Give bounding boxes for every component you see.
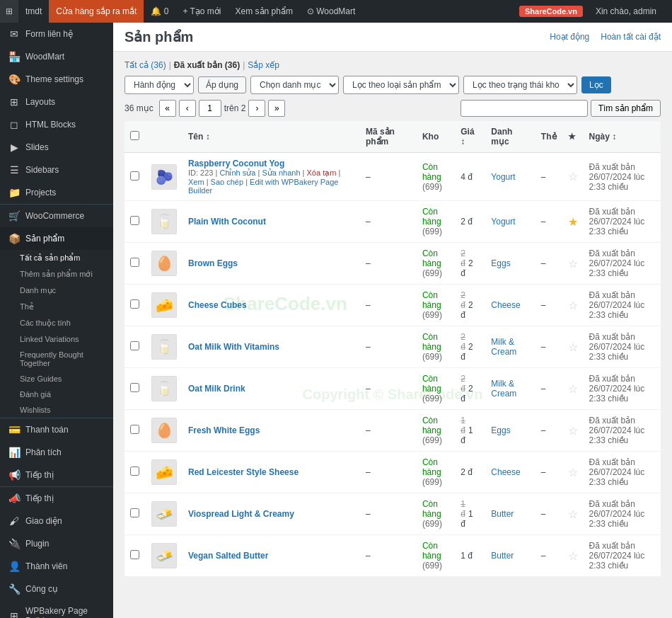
star-icon-8[interactable]: ☆ [568, 467, 578, 479]
product-name-link-9[interactable]: Viospread Light & Creamy [188, 509, 354, 519]
sidebar-sub-tag[interactable]: Thẻ [0, 299, 113, 315]
sidebar-sub-wishlist[interactable]: Wishlists [0, 402, 113, 418]
star-icon-9[interactable]: ☆ [568, 508, 578, 520]
top-banner: Sản phẩm Hoạt động Hoàn tất cài đặt [113, 23, 672, 52]
sidebar-item-woocommerce[interactable]: 🛒 WooCommerce [0, 204, 113, 227]
status-published-link[interactable]: Đã xuất bản (36) [174, 60, 240, 70]
row-checkbox-2[interactable] [130, 216, 139, 225]
star-icon-2[interactable]: ★ [568, 216, 578, 228]
product-image-10: 🧈 [151, 543, 177, 568]
sidebar-item-marketing[interactable]: 📢 Tiếp thị [0, 464, 113, 486]
site-live-link[interactable]: Cửa hàng sắp ra mắt [49, 0, 144, 23]
sidebar-sub-linked[interactable]: Linked Variations [0, 331, 113, 347]
copy-link-1[interactable]: Sao chép [211, 178, 243, 186]
product-name-link-5[interactable]: Oat Milk With Vitamins [188, 342, 354, 352]
header-name[interactable]: Tên ↕ [183, 121, 360, 153]
search-input[interactable] [460, 100, 588, 117]
sidebar-item-html-blocks[interactable]: ◻ HTML Blocks [0, 113, 113, 136]
star-icon-7[interactable]: ☆ [568, 425, 578, 437]
sidebar-sub-review[interactable]: Đánh giá [0, 387, 113, 402]
status-sort-link[interactable]: Sắp xếp [248, 60, 279, 70]
row-checkbox-10[interactable] [130, 550, 139, 559]
sidebar-item-woodmart[interactable]: 🏪 WoodMart [0, 45, 113, 68]
table-row: 🥚 Brown Eggs – Còn hàng(699) 2 đ2 đ Eggs… [124, 243, 661, 285]
woodmart-link[interactable]: ⊙ WoodMart [300, 0, 362, 23]
star-icon-6[interactable]: ☆ [568, 383, 578, 395]
sidebar-sub-category[interactable]: Danh mục [0, 282, 113, 299]
action-select[interactable]: Hành động [124, 76, 194, 94]
star-icon-10[interactable]: ☆ [568, 550, 578, 562]
sidebar-item-theme-settings[interactable]: 🎨 Theme settings [0, 68, 113, 91]
sidebar-sub-add[interactable]: Thêm sản phẩm mới [0, 266, 113, 282]
product-name-link-1[interactable]: Raspberry Coconut Yog [188, 159, 354, 168]
sidebar-sub-size[interactable]: Size Guides [0, 371, 113, 387]
next-next-page-button[interactable]: » [268, 100, 285, 117]
users-icon: 👤 [8, 561, 20, 572]
star-icon-1[interactable]: ☆ [568, 171, 578, 183]
type-select[interactable]: Lọc theo loại sản phẩm [343, 76, 459, 94]
product-name-link-2[interactable]: Plain With Coconut [188, 217, 354, 227]
header-price[interactable]: Giá ↕ [455, 121, 485, 153]
quick-edit-link-1[interactable]: Sửa nhanh [262, 168, 300, 177]
row-checkbox-5[interactable] [130, 341, 139, 350]
apply-button[interactable]: Áp dụng [198, 76, 246, 93]
sidebar-item-payment[interactable]: 💳 Thanh toán [0, 418, 113, 441]
product-name-link-8[interactable]: Red Leicester Style Sheese [188, 467, 354, 477]
sidebar-item-slides[interactable]: ▶ Slides [0, 136, 113, 159]
activity-link[interactable]: Hoạt động [550, 32, 589, 42]
product-name-link-4[interactable]: Cheese Cubes [188, 300, 354, 310]
sidebar-item-sidebars[interactable]: ☰ Sidebars [0, 159, 113, 181]
search-button[interactable]: Tìm sản phẩm [591, 100, 661, 117]
sidebar-item-projects[interactable]: 📁 Projects [0, 181, 113, 204]
sidebar-item-users[interactable]: 👤 Thành viên [0, 555, 113, 578]
sidebar-item-form[interactable]: ✉ Form liên hệ [0, 23, 113, 45]
sidebar-sub-fbt[interactable]: Frequently Bought Together [0, 347, 113, 371]
sidebar-item-layouts[interactable]: ⊞ Layouts [0, 91, 113, 113]
row-checkbox-8[interactable] [130, 467, 139, 476]
view-link-1[interactable]: Xem [188, 178, 204, 186]
row-checkbox-7[interactable] [130, 425, 139, 434]
row-checkbox-1[interactable] [130, 171, 139, 181]
row-checkbox-6[interactable] [130, 383, 139, 392]
status-all-link[interactable]: Tất cả (36) [124, 60, 166, 70]
view-products-link[interactable]: Xem sản phẩm [228, 0, 300, 23]
sidebar-item-plugin[interactable]: 🔌 Plugin [0, 532, 113, 555]
row-checkbox-9[interactable] [130, 508, 139, 517]
header-date[interactable]: Ngày ↕ [584, 121, 661, 153]
star-icon-3[interactable]: ☆ [568, 258, 578, 270]
next-page-button[interactable]: › [248, 100, 265, 117]
star-icon-4[interactable]: ☆ [568, 299, 578, 311]
trash-link-1[interactable]: Xóa tạm [307, 168, 337, 177]
sidebar-item-giaodien[interactable]: 🖌 Giao diện [0, 510, 113, 532]
sidebar-item-sanpham[interactable]: 📦 Sản phẩm [0, 227, 113, 250]
product-name-link-3[interactable]: Brown Eggs [188, 258, 354, 268]
sidebar-item-tiephi[interactable]: 📣 Tiếp thị [0, 486, 113, 510]
sidebar-item-analytics-label: Phân tích [25, 447, 62, 457]
product-stock-5: Còn hàng(699) [417, 326, 455, 368]
sidebar-item-wpbakery[interactable]: ⊞ WPBakery Page Builder [0, 600, 113, 618]
notifications-button[interactable]: 🔔 0 [144, 0, 175, 23]
product-name-link-7[interactable]: Fresh White Eggs [188, 425, 354, 435]
sidebar-item-analytics[interactable]: 📊 Phân tích [0, 441, 113, 464]
product-name-link-10[interactable]: Vegan Salted Butter [188, 551, 354, 561]
product-tag-4: – [535, 285, 562, 326]
prev-page-button[interactable]: ‹ [179, 100, 196, 117]
star-icon-5[interactable]: ☆ [568, 341, 578, 353]
page-number-input[interactable] [199, 100, 221, 117]
wp-logo-button[interactable]: ⊞ [0, 0, 18, 23]
prev-prev-page-button[interactable]: « [159, 100, 176, 117]
site-name-link[interactable]: tmdt [18, 0, 49, 23]
setup-link[interactable]: Hoàn tất cài đặt [601, 32, 661, 42]
filter-button[interactable]: Lọc [581, 76, 611, 93]
create-new-button[interactable]: + Tạo mới [175, 0, 228, 23]
row-checkbox-4[interactable] [130, 299, 139, 309]
category-select[interactable]: Chọn danh mục [250, 76, 339, 94]
select-all-checkbox[interactable] [130, 131, 139, 140]
product-name-link-6[interactable]: Oat Milk Drink [188, 384, 354, 394]
sidebar-sub-attr[interactable]: Các thuộc tính [0, 315, 113, 331]
stock-select[interactable]: Lọc theo trạng thái kho [463, 76, 577, 94]
sidebar-item-tools[interactable]: 🔧 Công cụ [0, 578, 113, 600]
edit-link-1[interactable]: Chỉnh sửa [219, 168, 255, 177]
row-checkbox-3[interactable] [130, 258, 139, 267]
sidebar-sub-all[interactable]: Tất cả sản phẩm [0, 250, 113, 266]
